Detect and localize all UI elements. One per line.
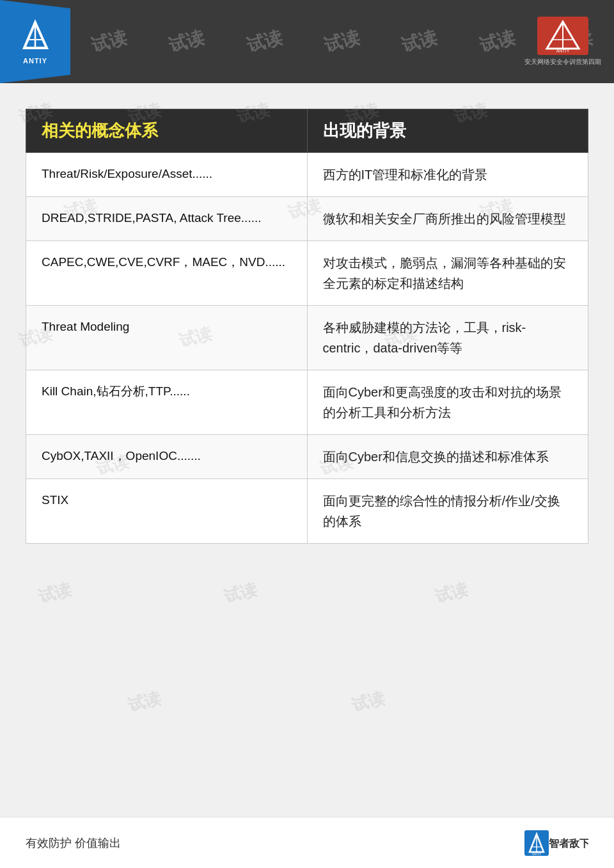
table-cell-left-4: Kill Chain,钻石分析,TTP...... [26, 370, 308, 435]
table-header-row: 相关的概念体系 出现的背景 [26, 109, 588, 153]
header-brand: ANTIY 安天网络安全令训营第四期 [524, 17, 601, 67]
watermark-1: 试读 [89, 25, 130, 58]
watermark-2: 试读 [166, 25, 207, 58]
table-cell-left-6: STIX [26, 479, 308, 544]
cwm-17: 试读 [125, 687, 163, 717]
watermark-4: 试读 [322, 25, 363, 58]
table-cell-right-0: 西方的IT管理和标准化的背景 [307, 153, 588, 197]
table-row: DREAD,STRIDE,PASTA, Attack Tree......微软和… [26, 197, 588, 241]
table-cell-right-3: 各种威胁建模的方法论，工具，risk-centric，data-driven等等 [307, 306, 588, 370]
main-content: 相关的概念体系 出现的背景 Threat/Risk/Exposure/Asset… [26, 109, 588, 544]
table-row: STIX面向更完整的综合性的情报分析/作业/交换的体系 [26, 479, 588, 544]
cwm-18: 试读 [349, 687, 387, 717]
footer: 有效防护 价值输出 ANTIY 智者敌下 [0, 817, 614, 868]
table-row: Threat/Risk/Exposure/Asset......西方的IT管理和… [26, 153, 588, 197]
concept-table: 相关的概念体系 出现的背景 Threat/Risk/Exposure/Asset… [26, 109, 588, 544]
logo-box: ANTIY [0, 0, 70, 83]
table-cell-right-2: 对攻击模式，脆弱点，漏洞等各种基础的安全元素的标定和描述结构 [307, 241, 588, 306]
table-cell-right-6: 面向更完整的综合性的情报分析/作业/交换的体系 [307, 479, 588, 544]
table-cell-left-0: Threat/Risk/Exposure/Asset...... [26, 153, 308, 197]
svg-text:智者敌下: 智者敌下 [548, 838, 588, 849]
table-row: CybOX,TAXII，OpenIOC.......面向Cyber和信息交换的描… [26, 435, 588, 479]
svg-text:ANTIY: ANTIY [532, 852, 542, 856]
header-brand-logo-svg: ANTIY [537, 17, 588, 55]
table-row: Kill Chain,钻石分析,TTP......面向Cyber和更高强度的攻击… [26, 370, 588, 435]
table-cell-right-1: 微软和相关安全厂商所推出的风险管理模型 [307, 197, 588, 241]
antiy-logo-icon [18, 19, 53, 54]
table-cell-right-5: 面向Cyber和信息交换的描述和标准体系 [307, 435, 588, 479]
table-row: CAPEC,CWE,CVE,CVRF，MAEC，NVD......对攻击模式，脆… [26, 241, 588, 306]
footer-left-text: 有效防护 价值输出 [26, 835, 121, 851]
header: ANTIY 试读 试读 试读 试读 试读 试读 试读 ANTIY 安天网络安全令… [0, 0, 614, 83]
watermark-6: 试读 [477, 25, 518, 58]
col2-header: 出现的背景 [307, 109, 588, 153]
svg-text:ANTIY: ANTIY [556, 49, 570, 53]
footer-logo-svg: ANTIY 智者敌下 [524, 830, 588, 856]
col1-header: 相关的概念体系 [26, 109, 308, 153]
table-cell-left-3: Threat Modeling [26, 306, 308, 370]
table-row: Threat Modeling各种威胁建模的方法论，工具，risk-centri… [26, 306, 588, 370]
logo-text: ANTIY [23, 57, 47, 65]
cwm-15: 试读 [221, 578, 259, 608]
cwm-16: 试读 [432, 578, 470, 608]
table-cell-left-5: CybOX,TAXII，OpenIOC....... [26, 435, 308, 479]
footer-right: ANTIY 智者敌下 [524, 830, 588, 856]
header-brand-subtitle: 安天网络安全令训营第四期 [524, 58, 601, 67]
table-cell-left-2: CAPEC,CWE,CVE,CVRF，MAEC，NVD...... [26, 241, 308, 306]
watermark-3: 试读 [244, 25, 285, 58]
table-cell-left-1: DREAD,STRIDE,PASTA, Attack Tree...... [26, 197, 308, 241]
table-cell-right-4: 面向Cyber和更高强度的攻击和对抗的场景的分析工具和分析方法 [307, 370, 588, 435]
cwm-14: 试读 [36, 578, 74, 608]
watermark-5: 试读 [399, 25, 440, 58]
